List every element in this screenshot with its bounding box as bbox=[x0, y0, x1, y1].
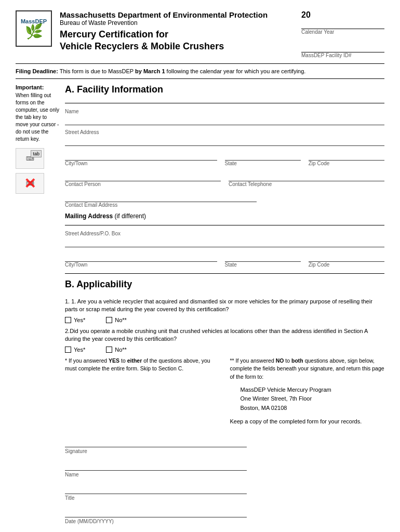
zip-code-input[interactable] bbox=[309, 150, 384, 161]
header-title: Massachusetts Department of Environmenta… bbox=[60, 10, 294, 53]
city-town-input[interactable] bbox=[65, 150, 217, 161]
note-dstar-both-bold: both bbox=[291, 357, 303, 364]
sig-date-row: Date (MM/DD/YYYY) bbox=[65, 506, 384, 524]
filing-deadline-bold: by March 1 bbox=[135, 68, 165, 74]
q1-yes-label: Yes* bbox=[74, 317, 85, 323]
x-mark-icon: ✕ bbox=[24, 175, 36, 192]
contact-person-label: Contact Person bbox=[65, 181, 221, 187]
logo-leaf-icon: 🌿 bbox=[25, 24, 43, 39]
sidebar-important-label: Important: bbox=[16, 84, 60, 90]
note-dstar-prefix: ** If you answered bbox=[230, 357, 276, 364]
agency-name: Massachusetts Department of Environmenta… bbox=[60, 10, 294, 19]
address-line2: One Winter Street, 7th Floor bbox=[241, 394, 385, 404]
note-star-to: to bbox=[121, 357, 127, 364]
section-a: A. Facility Information Name Street Addr… bbox=[65, 84, 384, 268]
contact-email-row: Contact Email Address bbox=[65, 192, 384, 208]
section-ab-divider bbox=[65, 273, 384, 274]
zip-code-label: Zip Code bbox=[309, 161, 384, 166]
section-b-title: B. Applicability bbox=[65, 279, 384, 292]
keep-copy-text: Keep a copy of the completed form for yo… bbox=[230, 417, 385, 426]
signature-section: Signature Name Title Date (MM/DD/YYYY) bbox=[65, 436, 384, 524]
note-dstar-no-bold: NO bbox=[276, 357, 284, 364]
street-address-label: Street Address bbox=[65, 129, 384, 135]
header-divider bbox=[16, 63, 384, 64]
sig-date-line bbox=[65, 506, 247, 517]
calendar-year-label: Calendar Year bbox=[301, 29, 384, 35]
filing-deadline-label: Filing Deadline: bbox=[16, 68, 58, 74]
name-field-row: Name bbox=[65, 109, 384, 125]
q1-yes-item: Yes* bbox=[65, 317, 85, 323]
street-address-row: Street Address bbox=[65, 129, 384, 146]
q2-no-label: No** bbox=[115, 347, 127, 353]
q2-yes-checkbox[interactable] bbox=[65, 347, 71, 353]
facility-id-field: MassDEP Facility ID# bbox=[301, 43, 384, 58]
city-town-label: City/Town bbox=[65, 161, 217, 166]
address-line1: MassDEP Vehicle Mercury Program bbox=[241, 385, 385, 395]
q1-no-checkbox[interactable] bbox=[106, 317, 112, 323]
q1-no-label: No** bbox=[115, 317, 127, 323]
state2-label: State bbox=[225, 262, 301, 268]
header: MassDEP 🌿 Massachusetts Department of En… bbox=[16, 10, 384, 58]
street-address-input[interactable] bbox=[65, 136, 384, 146]
name-input[interactable] bbox=[65, 115, 384, 125]
question1-number: 1. bbox=[65, 298, 71, 304]
city-town-col: City/Town bbox=[65, 150, 217, 167]
zip-code-col: Zip Code bbox=[309, 150, 384, 167]
contact-email-label: Contact Email Address bbox=[65, 202, 384, 208]
calendar-year-field: 20 Calendar Year bbox=[301, 10, 384, 35]
sidebar: Important: When filling out forms on the… bbox=[16, 84, 60, 529]
filing-deadline-text: This form is due to MassDEP bbox=[60, 68, 134, 74]
note-dstar-to: to bbox=[285, 357, 291, 364]
city-state-zip-row: City/Town State Zip Code bbox=[65, 150, 384, 167]
contact-telephone-label: Contact Telephone bbox=[229, 181, 384, 187]
state-col: State bbox=[225, 150, 301, 167]
question2-text: 2.Did you operate a mobile crushing unit… bbox=[65, 327, 384, 343]
question2-content: 2.Did you operate a mobile crushing unit… bbox=[65, 328, 368, 342]
sig-name-row: Name bbox=[65, 459, 384, 477]
q2-yes-item: Yes* bbox=[65, 347, 85, 353]
note-star-prefix: * If you answered bbox=[65, 357, 109, 364]
signature-line bbox=[65, 436, 247, 447]
q2-no-checkbox[interactable] bbox=[106, 347, 112, 353]
contact-telephone-input[interactable] bbox=[229, 171, 384, 181]
calendar-year-line bbox=[301, 20, 384, 29]
form-content: A. Facility Information Name Street Addr… bbox=[65, 84, 384, 529]
section-a-title: A. Facility Information bbox=[65, 84, 384, 98]
city-town2-label: City/Town bbox=[65, 262, 217, 268]
street-address-po-input[interactable] bbox=[65, 237, 384, 247]
sidebar-important-text: When filling out forms on the computer, … bbox=[16, 92, 60, 143]
zip-code2-col: Zip Code bbox=[309, 251, 384, 268]
city-town2-input[interactable] bbox=[65, 251, 217, 262]
contact-email-input[interactable] bbox=[65, 192, 257, 202]
mailing-divider bbox=[65, 225, 384, 225]
sig-title-row: Title bbox=[65, 483, 384, 501]
main-layout: Important: When filling out forms on the… bbox=[16, 84, 384, 529]
tab-label: tab bbox=[31, 150, 42, 157]
street-address-po-row: Street Address/P.O. Box bbox=[65, 231, 384, 247]
signature-label: Signature bbox=[65, 448, 384, 454]
header-right: 20 Calendar Year MassDEP Facility ID# bbox=[301, 10, 384, 58]
sig-title-label: Title bbox=[65, 495, 384, 501]
filing-deadline: Filing Deadline: This form is due to Mas… bbox=[16, 68, 384, 79]
contact-telephone-col: Contact Telephone bbox=[229, 171, 384, 188]
q2-no-item: No** bbox=[106, 347, 127, 353]
q1-checkbox-row: Yes* No** bbox=[65, 317, 384, 323]
signature-row: Signature bbox=[65, 436, 384, 454]
name-label: Name bbox=[65, 109, 384, 114]
section-b: B. Applicability 1. 1. Are you a vehicle… bbox=[65, 279, 384, 524]
state-input[interactable] bbox=[225, 150, 301, 161]
question1-content: 1. Are you a vehicle recycler that acqui… bbox=[65, 298, 372, 312]
zip-code2-input[interactable] bbox=[309, 251, 384, 262]
sig-name-line bbox=[65, 459, 247, 471]
note-doublestar-block: ** If you answered NO to both questions … bbox=[230, 357, 385, 426]
contact-row: Contact Person Contact Telephone bbox=[65, 171, 384, 188]
sig-name-label: Name bbox=[65, 472, 384, 477]
zip-code2-label: Zip Code bbox=[309, 262, 384, 268]
contact-person-input[interactable] bbox=[65, 171, 221, 181]
state2-input[interactable] bbox=[225, 251, 301, 262]
q2-checkbox-row: Yes* No** bbox=[65, 347, 384, 353]
state-label: State bbox=[225, 161, 301, 166]
contact-person-col: Contact Person bbox=[65, 171, 221, 188]
q1-yes-checkbox[interactable] bbox=[65, 317, 71, 323]
note-star-block: * If you answered YES to either of the q… bbox=[65, 357, 220, 426]
